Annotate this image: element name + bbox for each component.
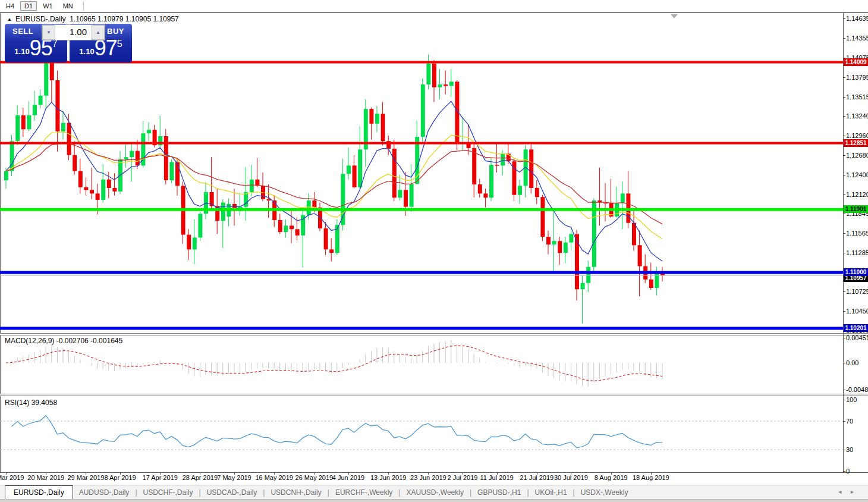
price-tick-label: 1.11285 [846, 249, 868, 257]
price-level-tag: 1.11000 [844, 268, 868, 276]
symbol-tab-bar: EURUSD-,DailyAUDUSD-,Daily|USDCHF-,Daily… [0, 485, 868, 499]
price-tick-label: 1.11565 [846, 230, 868, 237]
timeframe-button-d1[interactable]: D1 [20, 1, 37, 11]
date-label: 18 Aug 2019 [626, 474, 676, 481]
candles-group [4, 29, 665, 324]
volume-input[interactable]: 1.00 [55, 25, 92, 40]
price-tick-mark [843, 175, 845, 175]
toolbar-separator [83, 2, 84, 11]
trading-terminal: H4D1W1MN ▲EURUSD-,Daily 1.10965 1.10979 … [0, 0, 868, 502]
chart-tab-ukoil-h1[interactable]: UKOil-,H1 [529, 487, 573, 498]
chart-tab-eurchf-weekly[interactable]: EURCHF-,Weekly [329, 487, 398, 498]
chart-tab-gbpusd-h1[interactable]: GBPUSD-,H1 [471, 487, 527, 498]
volume-spinner: ▼ 1.00 ▲ [42, 24, 105, 40]
price-tick-mark [843, 311, 845, 312]
price-tick-label: 1.13515 [846, 93, 868, 101]
tabs-scroll-left-icon[interactable]: ◄ [837, 489, 850, 495]
rsi-tick-label: 0 [846, 468, 850, 475]
price-tick-label: 1.13240 [846, 112, 868, 120]
price-tick-mark [843, 38, 845, 39]
macd-tick-mark [843, 390, 845, 390]
price-tick-mark [843, 18, 845, 19]
price-tick-mark [843, 291, 845, 292]
price-level-tag: 1.14009 [844, 58, 868, 66]
price-tick-mark [843, 155, 845, 156]
macd-chart[interactable] [0, 335, 843, 394]
volume-decrease-button[interactable]: ▼ [42, 25, 55, 40]
timeframe-button-mn[interactable]: MN [59, 1, 77, 11]
tabs-scroll-right-icon[interactable]: ► [850, 489, 862, 495]
chart-ohlc-quotes: 1.10965 1.10979 1.10905 1.10957 [70, 15, 179, 23]
chart-symbol-label: EURUSD-,Daily [15, 15, 66, 23]
chart-tab-xauusd-weekly[interactable]: XAUUSD-,Weekly [400, 487, 469, 498]
price-level-tag: 1.10201 [844, 324, 868, 332]
price-level-tag: 1.12851 [844, 139, 868, 147]
timeframe-toolbar: H4D1W1MN [0, 0, 868, 12]
chart-tab-usdchf-daily[interactable]: USDCHF-,Daily [137, 487, 199, 498]
rsi-tick-mark [843, 450, 845, 450]
price-tick-mark [843, 194, 845, 195]
price-tick-mark [843, 97, 845, 98]
macd-signal-line [6, 346, 662, 381]
rsi-tick-label: 30 [846, 446, 853, 454]
chart-shift-marker-icon[interactable] [671, 14, 678, 18]
rsi-tick-mark [843, 471, 845, 472]
collapse-panel-icon[interactable]: ▲ [7, 17, 12, 22]
rsi-tick-label: 70 [846, 418, 853, 425]
buy-price-small: 1.10 [79, 47, 94, 56]
chevron-down-icon: ▼ [46, 30, 51, 35]
chevron-up-icon: ▲ [96, 30, 100, 35]
status-strip [0, 499, 868, 502]
price-tick-mark [843, 116, 845, 117]
macd-tick-label: 0.00 [846, 359, 858, 367]
price-tick-label: 1.13795 [846, 74, 868, 81]
rsi-tick-mark [843, 400, 845, 400]
macd-tick-label: 0.004517 [846, 334, 868, 342]
chart-title: ▲EURUSD-,Daily 1.10965 1.10979 1.10905 1… [7, 15, 179, 23]
price-tick-mark [843, 253, 845, 253]
timeframe-button-h4[interactable]: H4 [2, 1, 18, 11]
price-tick-label: 1.14355 [846, 34, 868, 42]
rsi-indicator-label: RSI(14) 39.4058 [5, 399, 57, 407]
price-tick-mark [843, 214, 845, 214]
chart-tab-usdcad-daily[interactable]: USDCAD-,Daily [201, 487, 263, 498]
price-tick-mark [843, 136, 845, 136]
price-tick-label: 1.10450 [846, 308, 868, 315]
rsi-tick-mark [843, 421, 845, 422]
price-tick-label: 1.12400 [846, 171, 868, 179]
macd-indicator-label: MACD(12,26,9) -0.002706 -0.001645 [5, 337, 122, 345]
price-tick-label: 1.14635 [846, 15, 868, 23]
volume-increase-button[interactable]: ▲ [92, 25, 105, 40]
buy-price-sup: 5 [117, 39, 122, 49]
macd-tick-mark [843, 338, 845, 338]
price-tick-mark [843, 233, 845, 234]
chart-tab-eurusd-daily[interactable]: EURUSD-,Daily [5, 485, 73, 500]
date-axis-border [0, 472, 868, 473]
rsi-chart[interactable] [0, 396, 843, 472]
macd-tick-label: -0.004806 [846, 386, 868, 394]
macd-tick-mark [843, 363, 845, 363]
rsi-line [12, 416, 662, 448]
chart-tab-usdx-weekly[interactable]: USDX-,Weekly [575, 487, 634, 498]
macd-histogram-group [6, 340, 662, 387]
price-tick-label: 1.10725 [846, 288, 868, 296]
rsi-tick-label: 100 [846, 396, 857, 404]
chart-tab-audusd-daily[interactable]: AUDUSD-,Daily [73, 487, 136, 498]
sell-price-small: 1.10 [14, 47, 29, 56]
sell-label: SELL [12, 27, 33, 36]
buy-label: BUY [107, 27, 124, 36]
price-level-tag: 1.11901 [844, 205, 868, 213]
price-tick-mark [843, 77, 845, 78]
timeframe-button-w1[interactable]: W1 [39, 1, 57, 11]
one-click-trade-panel: SELL 1.10957 BUY 1.10975 ▼ 1.00 ▲ [5, 24, 132, 62]
price-tick-label: 1.12120 [846, 191, 868, 199]
price-tick-label: 1.12680 [846, 152, 868, 159]
price-axis-border [843, 12, 844, 472]
chart-tab-usdcnh-daily[interactable]: USDCNH-,Daily [265, 487, 327, 498]
